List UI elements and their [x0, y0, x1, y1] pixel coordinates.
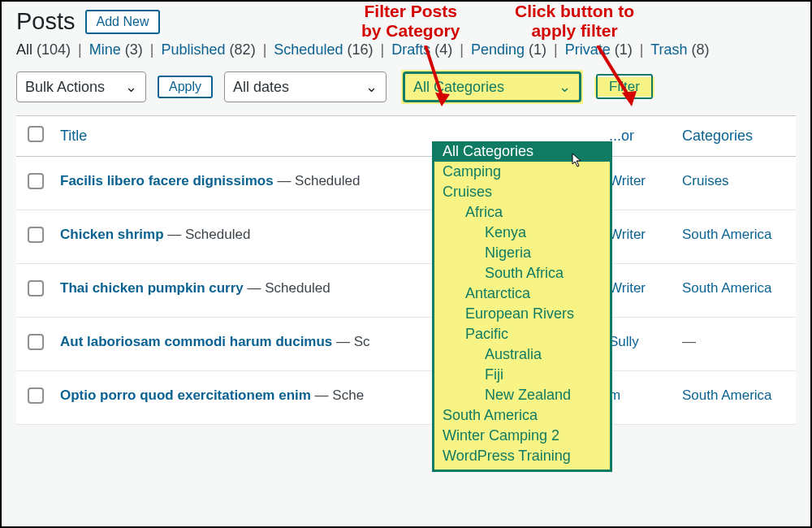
annotation-click-button: Click button to apply filter: [515, 2, 634, 41]
category-option[interactable]: Cruises: [434, 182, 610, 202]
chevron-down-icon: ⌄: [559, 78, 571, 96]
posts-table: Title ...or Categories Facilis libero fa…: [16, 115, 796, 425]
date-filter-select[interactable]: All dates ⌄: [224, 71, 387, 102]
col-categories[interactable]: Categories: [674, 116, 796, 157]
post-status: — Scheduled: [248, 280, 330, 296]
category-option[interactable]: Winter Camping 2: [434, 426, 610, 446]
category-link[interactable]: South America: [682, 387, 772, 403]
category-option[interactable]: Camping: [434, 162, 610, 182]
post-title-link[interactable]: Thai chicken pumpkin curry: [60, 280, 244, 296]
post-title-link[interactable]: Facilis libero facere dignissimos: [60, 173, 274, 188]
row-checkbox[interactable]: [28, 387, 44, 404]
author-link[interactable]: Writer: [609, 227, 646, 242]
no-category: —: [682, 334, 696, 349]
svg-line-2: [598, 45, 628, 96]
category-option[interactable]: Australia: [434, 344, 610, 365]
post-status: — Scheduled: [167, 227, 250, 242]
author-link[interactable]: Writer: [609, 280, 646, 296]
row-checkbox[interactable]: [28, 173, 44, 189]
category-option[interactable]: Nigeria: [434, 243, 610, 263]
table-row: Chicken shrimp — ScheduledWriterSouth Am…: [16, 210, 796, 264]
table-row: Facilis libero facere dignissimos — Sche…: [16, 157, 796, 210]
category-option[interactable]: Pacific: [434, 324, 610, 344]
category-option[interactable]: All Categories: [434, 141, 610, 162]
author-link[interactable]: Sully: [609, 334, 639, 349]
post-status: — Sc: [336, 334, 370, 349]
category-option[interactable]: New Zealand: [434, 385, 610, 405]
page-title: Posts: [16, 8, 76, 35]
select-all-checkbox[interactable]: [28, 126, 44, 142]
chevron-down-icon: ⌄: [365, 78, 378, 96]
table-row: Optio porro quod exercitationem enim — S…: [16, 371, 796, 425]
category-option[interactable]: South America: [434, 405, 610, 426]
category-dropdown[interactable]: All CategoriesCampingCruisesAfricaKenyaN…: [432, 141, 612, 472]
row-checkbox[interactable]: [28, 334, 44, 350]
category-option[interactable]: Fiji: [434, 365, 610, 385]
category-link[interactable]: Cruises: [682, 173, 729, 188]
filter-published[interactable]: Published (82): [162, 41, 256, 58]
svg-marker-3: [622, 91, 637, 106]
category-link[interactable]: South America: [682, 280, 772, 296]
category-option[interactable]: South Africa: [434, 263, 610, 283]
svg-marker-1: [435, 93, 450, 106]
add-new-button[interactable]: Add New: [85, 10, 161, 34]
filter-all[interactable]: All (104): [16, 41, 71, 58]
annotation-filter-posts: Filter Posts by Category: [361, 2, 460, 41]
post-status: — Scheduled: [277, 173, 360, 188]
category-option[interactable]: European Rivers: [434, 304, 610, 324]
category-link[interactable]: South America: [682, 227, 772, 242]
filter-trash[interactable]: Trash (8): [650, 41, 709, 58]
post-title-link[interactable]: Chicken shrimp: [60, 227, 164, 242]
category-option[interactable]: Africa: [434, 202, 610, 223]
post-status: — Sche: [315, 387, 364, 403]
post-title-link[interactable]: Optio porro quod exercitationem enim: [60, 387, 311, 403]
chevron-down-icon: ⌄: [125, 78, 137, 96]
filter-pending[interactable]: Pending (1): [471, 41, 546, 58]
post-title-link[interactable]: Aut laboriosam commodi harum ducimus: [60, 334, 332, 349]
row-checkbox[interactable]: [28, 227, 44, 243]
category-option[interactable]: Antarctica: [434, 283, 610, 304]
table-row: Thai chicken pumpkin curry — ScheduledWr…: [16, 264, 796, 318]
cursor-icon: [572, 153, 583, 171]
bulk-actions-select[interactable]: Bulk Actions ⌄: [16, 71, 146, 102]
filter-mine[interactable]: Mine (3): [89, 41, 143, 58]
table-row: Aut laboriosam commodi harum ducimus — S…: [16, 318, 796, 371]
author-link[interactable]: Writer: [609, 173, 646, 188]
category-option[interactable]: WordPress Training: [434, 446, 610, 466]
row-checkbox[interactable]: [28, 280, 44, 296]
apply-button[interactable]: Apply: [158, 76, 213, 98]
svg-line-0: [425, 45, 442, 96]
filter-scheduled[interactable]: Scheduled (16): [274, 41, 373, 58]
arrow-to-category: [417, 45, 450, 110]
category-option[interactable]: Kenya: [434, 223, 610, 243]
status-filter-links: All (104) | Mine (3) | Published (82) | …: [16, 41, 796, 58]
arrow-to-filter: [590, 45, 638, 110]
